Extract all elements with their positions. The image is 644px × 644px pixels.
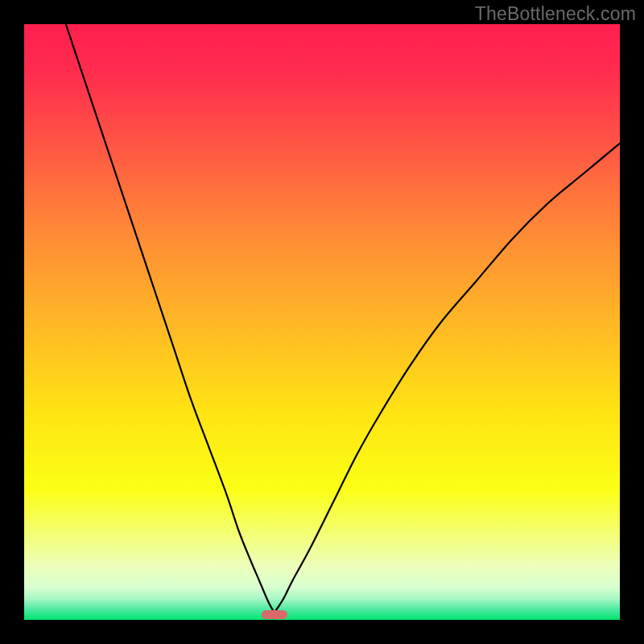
chart-frame: TheBottleneck.com [0,0,644,644]
watermark-text: TheBottleneck.com [475,3,636,25]
plot-area [24,24,620,620]
optimal-marker [262,610,287,619]
v-curve [24,24,620,620]
